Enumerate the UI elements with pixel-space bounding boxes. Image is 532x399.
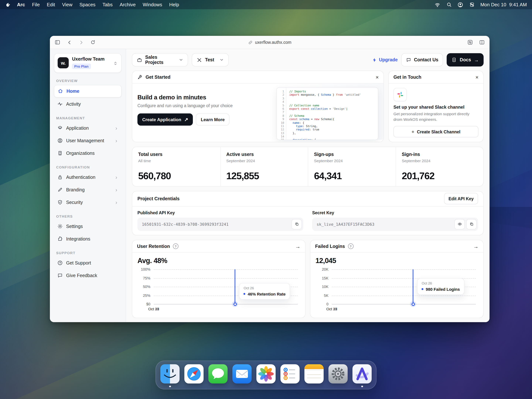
code-line-numbers: 123456789101112131415161718 <box>277 88 286 140</box>
slack-heading: Set up your shared Slack channel <box>393 105 478 110</box>
field-label: Published API Key <box>137 211 303 215</box>
menu-bar-item[interactable]: View <box>62 2 72 7</box>
sidebar-nav-item[interactable]: Get Support <box>54 257 121 269</box>
search-icon[interactable] <box>446 2 452 7</box>
close-icon[interactable]: × <box>376 75 379 80</box>
help-icon[interactable]: ? <box>173 243 178 249</box>
environment-selector[interactable]: Test <box>192 53 229 66</box>
tools-icon <box>196 57 202 63</box>
forward-icon[interactable] <box>78 39 84 45</box>
reload-icon[interactable] <box>90 39 96 45</box>
dock-notes[interactable] <box>304 364 324 383</box>
edit-api-key-button[interactable]: Edit API Key <box>444 193 478 204</box>
desktop: Arc File Edit View Spaces Tabs Archive W… <box>0 0 532 399</box>
chevron-right-icon <box>114 139 118 143</box>
close-icon[interactable]: × <box>475 75 478 80</box>
sidebar-nav-item[interactable]: Activity <box>54 98 121 110</box>
get-started-card: Get Started × Build a demo in minutes Co… <box>132 70 384 142</box>
published-api-key-field[interactable]: 16501931-632c-4839-b708-3699293f3241 <box>137 218 303 231</box>
building-icon <box>57 151 63 156</box>
series-dot <box>422 288 424 290</box>
menu-bar-clock[interactable]: Mon Dec 10 9:41 AM <box>480 2 527 7</box>
control-center-icon[interactable] <box>469 2 475 7</box>
split-view-icon[interactable] <box>479 39 485 45</box>
stat-period: September 2024 <box>314 159 390 163</box>
arrow-right-icon[interactable]: → <box>295 244 300 249</box>
arrow-right-icon[interactable]: → <box>473 244 478 249</box>
menu-bar-item[interactable]: Arc <box>17 2 25 7</box>
sidebar-toggle-icon[interactable] <box>54 39 61 45</box>
user-account-icon[interactable] <box>457 2 463 7</box>
create-slack-channel-button[interactable]: + Create Slack Channel <box>393 126 478 138</box>
dock-system-settings[interactable] <box>329 364 348 383</box>
help-icon[interactable]: ? <box>348 243 353 249</box>
chevron-right-icon <box>114 176 118 179</box>
sidebar-nav-item[interactable]: Settings <box>54 221 121 232</box>
menu-bar-item[interactable]: Tabs <box>102 2 113 7</box>
sidebar-nav-item[interactable]: Branding <box>54 184 121 196</box>
published-api-key-group: Published API Key 16501931-632c-4839-b70… <box>137 211 303 231</box>
menu-bar-item[interactable]: Spaces <box>79 2 95 7</box>
dock-reminders[interactable] <box>280 364 300 383</box>
plan-badge: Pro Plan <box>72 63 91 69</box>
back-icon[interactable] <box>66 39 72 45</box>
dock-mail[interactable] <box>232 364 252 383</box>
sidebar-nav-label: Activity <box>66 101 81 107</box>
retention-chart: 100%75%50%25%$0 Oct 26 46% Retention Rat… <box>137 267 300 313</box>
project-selector[interactable]: Sales Projects <box>132 53 188 66</box>
dock-arc[interactable] <box>352 364 372 383</box>
sidebar-nav-label: User Management <box>66 138 104 143</box>
url-text: uxerflow.authx.com <box>255 40 291 44</box>
sidebar-nav-item[interactable]: User Management <box>54 135 121 147</box>
sidebar-nav-item[interactable]: Organizations <box>54 147 121 159</box>
sidebar-nav-label: Authentication <box>66 175 95 180</box>
arrow-right-icon: → <box>474 57 479 62</box>
team-name: Uxerflow Team <box>72 57 105 62</box>
page-settings-icon[interactable] <box>467 39 473 45</box>
dock-photos[interactable] <box>256 364 276 383</box>
y-axis-tick: 15K <box>322 276 329 280</box>
sidebar-nav-item[interactable]: Security <box>54 196 121 208</box>
link-icon <box>248 40 253 45</box>
menu-bar-item[interactable]: Archive <box>120 2 136 7</box>
pulse-icon <box>57 101 63 107</box>
create-application-button[interactable]: Create Application ↗ <box>137 114 193 126</box>
eye-icon <box>457 222 462 227</box>
dock-safari[interactable] <box>184 364 203 383</box>
data-point-marker[interactable] <box>410 301 416 307</box>
macos-dock <box>156 361 376 389</box>
home-icon <box>58 89 63 94</box>
upgrade-button[interactable]: Upgrade <box>372 57 398 63</box>
apple-menu-icon[interactable] <box>5 2 10 7</box>
data-point-marker[interactable] <box>232 301 238 307</box>
reveal-button[interactable] <box>454 219 465 229</box>
dock-finder[interactable] <box>160 364 180 383</box>
stat-cell: Sign-ins September 2024 201,762 <box>395 147 483 187</box>
sidebar-nav-item[interactable]: Give Feedback <box>54 270 121 282</box>
sidebar-nav-item[interactable]: Integrations <box>54 233 121 245</box>
docs-button[interactable]: Docs → <box>447 53 484 66</box>
sidebar-nav-item[interactable]: Authentication <box>54 171 121 183</box>
contact-us-button[interactable]: Contact Us <box>401 53 443 66</box>
sidebar-nav-item[interactable]: Application <box>54 122 121 134</box>
learn-more-button[interactable]: Learn More <box>196 114 229 126</box>
y-axis-tick: 50% <box>143 285 150 289</box>
copy-button[interactable] <box>466 219 477 229</box>
menu-bar-item[interactable]: Edit <box>47 2 55 7</box>
stat-cell: Total users All time 560,780 <box>132 147 220 187</box>
sidebar-nav-item[interactable]: Home <box>54 85 121 98</box>
y-axis-tick: 25% <box>143 293 150 298</box>
y-axis-tick: 20K <box>322 267 329 271</box>
team-switcher[interactable]: w. Uxerflow Team Pro Plan <box>54 53 121 73</box>
wifi-icon[interactable] <box>434 2 440 7</box>
secret-key-field[interactable]: sk_live_1A437EF15FAC3D63 <box>312 218 478 231</box>
address-bar[interactable]: uxerflow.authx.com <box>248 40 291 45</box>
dock-messages[interactable] <box>208 364 228 383</box>
main-content: Sales Projects Test Upgrade <box>126 49 489 322</box>
copy-button[interactable] <box>291 219 302 229</box>
chevron-down-icon <box>179 58 183 62</box>
menu-bar-item[interactable]: Help <box>169 2 179 7</box>
arrow-up-right-icon: ↗ <box>184 117 188 122</box>
menu-bar-item[interactable]: Windows <box>143 2 162 7</box>
menu-bar-item[interactable]: File <box>32 2 40 7</box>
